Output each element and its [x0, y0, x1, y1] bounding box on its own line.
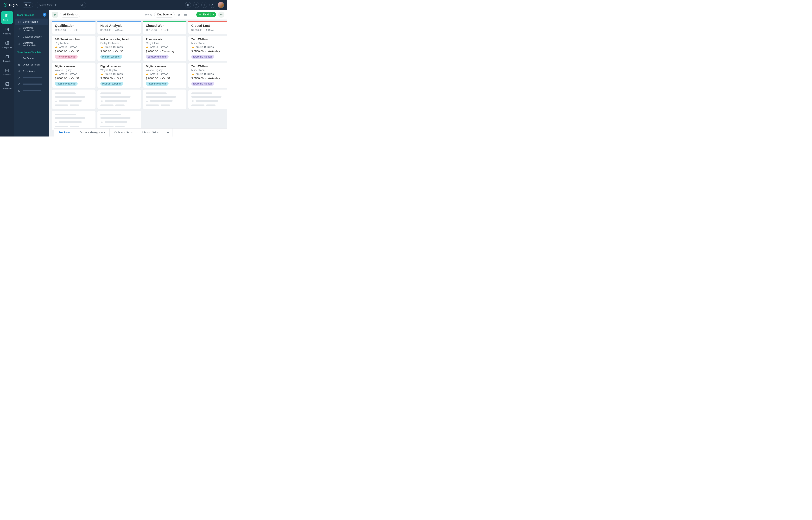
column-header[interactable]: Qualification $2,950.005 Deals [52, 22, 95, 34]
deal-tag: Platinum customer [146, 82, 169, 86]
deal-card[interactable]: 100 Smart watches Roy Michael Amelia Bur… [52, 35, 95, 61]
deal-contact: Mary Clarie [191, 69, 227, 72]
sidebar-item-onboarding[interactable]: Customer Onboarding [15, 25, 48, 33]
deal-card[interactable]: Zuro Wallets Mary Clarie Amelia Burrows … [143, 35, 187, 61]
kanban-view-button[interactable] [190, 12, 194, 17]
sidebar-item-label: Recruitment [23, 70, 35, 73]
column-total: $2,300.00 [101, 29, 111, 31]
deal-contact: Bailey Catherine [101, 42, 138, 45]
crown-icon [191, 73, 194, 76]
kanban-icon [190, 13, 194, 17]
activities-icon [5, 68, 9, 73]
sort-value: Due Date [157, 13, 169, 16]
placeholder-line [23, 90, 41, 91]
deal-title: Zuro Wallets [146, 38, 184, 41]
global-search[interactable] [35, 2, 86, 8]
list-view-button[interactable] [184, 12, 188, 17]
dashboards-icon [5, 82, 9, 86]
settings-button[interactable] [209, 2, 215, 8]
search-input[interactable] [38, 3, 80, 6]
nav-companies[interactable]: Companies [1, 38, 13, 51]
notifications-button[interactable] [185, 2, 191, 8]
nav-label: Dashboards [2, 87, 12, 89]
svg-point-12 [19, 29, 20, 29]
tab-outbound[interactable]: Outbound Sales [110, 129, 138, 136]
quick-action-button[interactable] [193, 2, 199, 8]
column-count: 3 Deals [161, 29, 169, 31]
deal-card[interactable]: Zuro Wallets Mary Clarie Amelia Burrows … [188, 62, 227, 88]
tab-presales[interactable]: Pre-Sales [54, 129, 75, 136]
user-avatar[interactable] [218, 2, 224, 8]
nav-label: Products [3, 60, 11, 62]
sidebar-placeholder-1[interactable] [15, 74, 48, 81]
crown-icon [146, 100, 148, 102]
nav-products[interactable]: Products [1, 52, 13, 65]
deal-owner: Amelia Burrows [150, 46, 168, 49]
kanban-board: Qualification $2,950.005 Deals 100 Smart… [49, 20, 227, 136]
new-deal-button[interactable]: Deal [196, 12, 216, 17]
sort-dropdown[interactable]: Due Date [154, 12, 175, 18]
sidebar-item-support[interactable]: Customer Support [15, 33, 48, 40]
nav-activities[interactable]: Activities [1, 66, 13, 78]
tab-account-mgmt[interactable]: Account Management [75, 129, 110, 136]
deal-card[interactable]: Digital cameras Wayne Rigsby Amelia Burr… [97, 62, 141, 88]
column-header[interactable]: Closed Won $2,150.003 Deals [143, 22, 187, 34]
svg-rect-3 [7, 14, 8, 16]
svg-point-0 [81, 4, 83, 6]
sort-icon [177, 13, 181, 17]
deal-owner: Amelia Burrows [59, 73, 77, 76]
sidebar-item-sales-pipeline[interactable]: Sales Pipeline [15, 19, 48, 25]
deal-amount: $ 6500.00 [191, 50, 204, 53]
sidebar-placeholder-3[interactable] [15, 87, 48, 94]
add-tab-button[interactable]: + [163, 129, 172, 136]
crown-icon [191, 46, 194, 49]
svg-point-1 [212, 4, 213, 5]
sidebar-placeholder-2[interactable] [15, 81, 48, 87]
scope-dropdown[interactable]: All [22, 2, 33, 7]
sidebar-clone-recruitment[interactable]: Recruitment [15, 68, 48, 74]
sidebar-clone-teams[interactable]: For Teams [15, 55, 48, 61]
add-button[interactable] [201, 2, 207, 8]
products-icon [5, 54, 9, 59]
nav-label: Pipelines [3, 19, 11, 21]
column-header[interactable]: Need Analysis $2,300.004 Deals [97, 22, 141, 34]
sort-direction-button[interactable] [177, 12, 181, 17]
nav-label: Companies [2, 46, 12, 49]
plus-icon [199, 13, 201, 16]
deal-title: Zuro Wallets [191, 65, 227, 68]
svg-rect-2 [5, 14, 6, 17]
filter-button[interactable] [52, 12, 58, 18]
deal-tag: Executive member [191, 82, 214, 86]
nav-dashboards[interactable]: Dashboards [1, 79, 13, 92]
column-header[interactable]: Closed Lost $1,300.002 Deals [188, 22, 227, 34]
deal-card[interactable]: Digital cameras Wayne Rigsby Amelia Burr… [52, 62, 95, 88]
column-name: Qualification [55, 24, 92, 28]
add-pipeline-button[interactable]: + [43, 13, 47, 17]
app-logo[interactable]: Bigin [3, 3, 18, 7]
deal-card[interactable]: Zuro Wallets Mary Clarie Amelia Burrows … [188, 35, 227, 61]
more-button[interactable] [218, 11, 224, 18]
nav-contacts[interactable]: Contacts [1, 25, 13, 37]
deal-card[interactable]: Digital cameras Wayne Rigsby Amelia Burr… [143, 62, 187, 88]
deal-amount: $ 6500.00 [191, 77, 204, 80]
deal-owner: Amelia Burrows [196, 73, 214, 76]
deals-filter-dropdown[interactable]: All Deals [60, 12, 80, 18]
sidebar-item-label: Customer Support [23, 35, 42, 38]
tab-inbound[interactable]: Inbound Sales [137, 129, 163, 136]
sidebar-clone-order[interactable]: Order Fulfillment [15, 61, 48, 68]
svg-rect-8 [6, 55, 8, 58]
lightning-icon [195, 3, 198, 6]
deal-amount: $ 880.00 [101, 50, 111, 53]
svg-rect-14 [19, 64, 20, 66]
chevron-down-icon [212, 14, 214, 15]
deal-amount: $ 8500.00 [101, 77, 113, 80]
gear-icon [211, 3, 214, 6]
sidebar-item-testimonials[interactable]: Customer Testimonials [15, 40, 48, 48]
sidebar-heading: Team Pipelines [17, 14, 34, 16]
svg-point-19 [220, 15, 221, 15]
nav-pipelines[interactable]: Pipelines [1, 11, 13, 24]
tab-label: Outbound Sales [114, 131, 133, 134]
svg-rect-6 [5, 42, 7, 44]
deal-card-skeleton [52, 111, 95, 130]
deal-card[interactable]: Noice canceling head... Bailey Catherine… [97, 35, 141, 61]
